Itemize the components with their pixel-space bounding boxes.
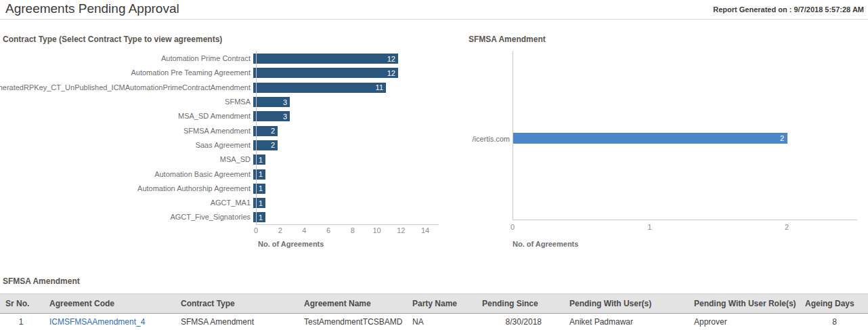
- category-label: Automation Basic Agreement: [0, 171, 253, 178]
- chart-row: Automation Authorship Agreement1: [0, 182, 447, 196]
- x-tick-label: 12: [397, 226, 405, 234]
- contract-type-bar[interactable]: 1: [253, 198, 265, 208]
- chart-row: Automation Prime Contract12: [0, 51, 447, 66]
- cell-pending_with_user_roles: Approver: [693, 314, 801, 330]
- category-label: SFMSA Amendment: [0, 127, 253, 135]
- contract-type-bar[interactable]: 2: [253, 126, 278, 136]
- chart-row: AGCT_MA11: [0, 196, 447, 210]
- category-label: Automation Prime Contract: [0, 55, 253, 62]
- left-chart-title: Contract Type (Select Contract Type to v…: [3, 35, 222, 44]
- chart-row: SFMSA Amendment2: [0, 123, 447, 138]
- x-tick-label: 2: [278, 226, 282, 234]
- agreements-table: Sr No.Agreement CodeContract TypeAgreeme…: [0, 293, 868, 330]
- right-chart-y-axis-line: [513, 51, 513, 220]
- table-header-row: Sr No.Agreement CodeContract TypeAgreeme…: [0, 294, 868, 314]
- column-header: Party Name: [411, 294, 482, 314]
- right-chart-x-axis-line: [513, 220, 857, 220]
- x-tick-label: 8: [351, 226, 355, 234]
- report-generated-timestamp: Report Generated on : 9/7/2018 5:57:28 A…: [713, 5, 864, 14]
- column-header: Agreement Code: [42, 294, 179, 314]
- category-label: MSA_SD Amendment: [0, 112, 253, 120]
- x-tick-label: 4: [302, 226, 306, 234]
- category-label: SFMSA: [0, 98, 253, 106]
- cell-pending_since: 8/30/2018: [482, 314, 547, 330]
- column-header: Pending With User Role(s): [693, 294, 801, 314]
- chart-row: MSA_SD Amendment3: [0, 109, 447, 123]
- chart-row: Automation Pre Teaming Agreement12: [0, 66, 447, 80]
- right-chart-x-axis-title: No. of Agreements: [513, 240, 578, 248]
- cell-sr_no: 1: [0, 314, 42, 330]
- column-header: Pending With User(s): [547, 294, 693, 314]
- category-label: AGCT_Five_Signatories: [0, 213, 253, 221]
- contract-type-bar[interactable]: 1: [253, 184, 265, 194]
- column-header: Pending Since: [482, 294, 547, 314]
- x-tick-label: 10: [372, 226, 381, 234]
- left-chart-y-axis-line: [256, 51, 257, 225]
- contract-type-bar[interactable]: 3: [253, 97, 290, 107]
- category-label: Automation Pre Teaming Agreement: [0, 69, 253, 77]
- category-label: Saas Agreement: [0, 142, 253, 149]
- report-header-bar: Agreements Pending Approval Report Gener…: [0, 0, 868, 20]
- chart-row: Saas Agreement2: [0, 138, 447, 152]
- chart-row: SFMSA3: [0, 95, 447, 109]
- category-label: Automation Authorship Agreement: [0, 185, 253, 192]
- cell-contract_type: SFMSA Amendment: [179, 314, 303, 330]
- agreement-code-link[interactable]: ICMSFMSAAmendment_4: [49, 317, 145, 327]
- cell-agreement_code: ICMSFMSAAmendment_4: [42, 314, 179, 330]
- cell-pending_with_users: Aniket Padmawar: [547, 314, 693, 330]
- column-header: Ageing Days: [801, 294, 868, 314]
- x-tick-label: 6: [326, 226, 330, 234]
- x-tick-label: 0: [254, 226, 258, 234]
- column-header: Sr No.: [0, 294, 42, 314]
- chart-row: MSA_SD1: [0, 152, 447, 167]
- x-tick-label: 14: [421, 226, 429, 234]
- cell-agreement_name: TestAmendmentTCSBAMD: [303, 314, 411, 330]
- contract-type-bar[interactable]: 11: [253, 83, 386, 93]
- contract-type-bar[interactable]: 12: [253, 68, 398, 78]
- contract-type-bar[interactable]: 1: [253, 169, 265, 180]
- left-chart-x-axis-line: [256, 224, 439, 225]
- column-header: Agreement Name: [303, 294, 411, 314]
- cell-ageing_days: 8: [801, 314, 868, 330]
- chart-row: AGCT_Five_Signatories1: [0, 210, 447, 224]
- cell-party_name: NA: [411, 314, 482, 330]
- contract-type-bar[interactable]: 1: [253, 154, 265, 165]
- chart-row: Automation Basic Agreement1: [0, 167, 447, 181]
- chart-row: ESGeneratedRPKey_CT_UnPublished_ICMAutom…: [0, 81, 447, 95]
- contract-type-bar[interactable]: 2: [253, 140, 278, 150]
- sfmsa-amendment-bar[interactable]: 2: [513, 133, 787, 144]
- right-chart-title: SFMSA Amendment: [469, 35, 546, 44]
- page-title: Agreements Pending Approval: [5, 1, 179, 16]
- contract-type-bar[interactable]: 1: [253, 212, 265, 222]
- category-label: MSA_SD: [0, 156, 253, 163]
- right-chart-category-label: /icertis.com: [427, 135, 510, 143]
- column-header: Contract Type: [179, 294, 303, 314]
- contract-type-bar[interactable]: 12: [253, 54, 398, 64]
- x-tick-label: 1: [647, 223, 651, 231]
- table-section-title: SFMSA Amendment: [3, 276, 80, 286]
- x-tick-label: 0: [511, 223, 515, 231]
- contract-type-bar[interactable]: 3: [253, 111, 290, 121]
- category-label: ESGeneratedRPKey_CT_UnPublished_ICMAutom…: [0, 84, 253, 91]
- table-row: 1ICMSFMSAAmendment_4SFMSA AmendmentTestA…: [0, 314, 868, 330]
- x-tick-label: 2: [785, 223, 789, 231]
- category-label: AGCT_MA1: [0, 199, 253, 207]
- left-chart-x-axis-title: No. of Agreements: [258, 240, 324, 248]
- contract-type-chart: Automation Prime Contract12Automation Pr…: [0, 51, 447, 225]
